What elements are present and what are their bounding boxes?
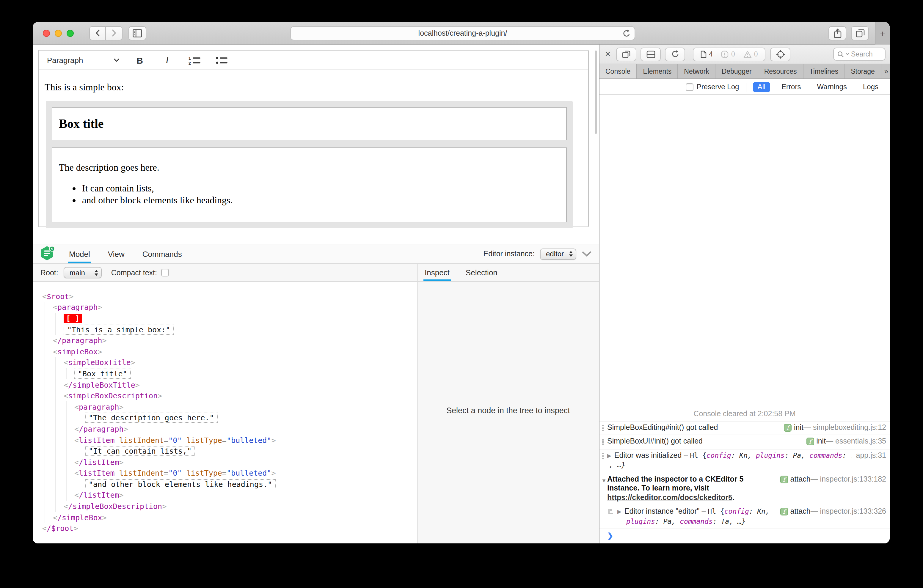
console-output[interactable]: Console cleared at 2:02:58 PM SimpleBoxE… — [599, 95, 890, 544]
console-message[interactable]: SimpleBoxUI#init() got called f init — e… — [599, 435, 890, 448]
resource-badges[interactable]: 4 0 — [693, 47, 765, 61]
preserve-log-checkbox[interactable] — [686, 83, 694, 91]
back-chevron-icon — [95, 29, 100, 37]
numbered-list-button[interactable]: 1 2 — [187, 53, 202, 67]
source-location[interactable]: app.js:31 — [856, 451, 886, 460]
preserve-log-control[interactable]: Preserve Log — [686, 83, 739, 91]
editor-instance-select[interactable]: editor — [540, 248, 576, 260]
editor-content[interactable]: This is a simple box: Box title The desc… — [39, 70, 588, 228]
model-tree-node[interactable]: "This is a simple box:" — [64, 324, 417, 335]
model-tree-node[interactable]: <$root> — [42, 291, 417, 302]
model-tree-node[interactable]: <paragraph> — [53, 302, 417, 313]
reload-icon — [671, 50, 679, 58]
share-button[interactable] — [828, 26, 846, 40]
model-tree-node[interactable]: [ ] — [64, 313, 417, 324]
model-tree-node[interactable]: </paragraph> — [53, 335, 417, 346]
model-tree-node[interactable]: </listItem> — [74, 489, 417, 501]
model-tree-node[interactable]: "and other block elements like headings.… — [85, 479, 417, 489]
tab-resources[interactable]: Resources — [758, 64, 803, 79]
page-scrollbar-thumb[interactable] — [595, 51, 597, 134]
source-location[interactable]: — inspector.js:133:182 — [811, 475, 886, 484]
sidebar-toggle-button[interactable] — [128, 26, 146, 40]
model-tree-node[interactable]: <paragraph> — [74, 401, 417, 412]
console-message[interactable]: ▼ Attached the inspector to a CKEditor 5… — [599, 472, 890, 505]
source-location[interactable]: — inspector.js:133:326 — [811, 507, 886, 516]
console-message[interactable]: SimpleBoxEditing#init() got called f ini… — [599, 420, 890, 435]
tab-commands[interactable]: Commands — [141, 244, 183, 263]
tab-inspect[interactable]: Inspect — [424, 264, 451, 281]
intro-paragraph[interactable]: This is a simple box: — [44, 82, 582, 93]
model-tree-node[interactable]: <simpleBox> — [53, 346, 417, 357]
model-tree-node[interactable]: </simpleBox> — [53, 512, 417, 523]
dock-bottom-button[interactable] — [641, 47, 661, 61]
model-tree-node[interactable]: <simpleBoxDescription> — [64, 390, 417, 401]
model-tree-node[interactable]: </paragraph> — [74, 423, 417, 434]
model-tree-node[interactable]: <listItem listIndent="0" listType="bulle… — [74, 468, 417, 479]
simple-box-widget[interactable]: Box title The description goes here. It … — [46, 101, 573, 228]
model-tree-node[interactable]: </simpleBoxDescription> — [64, 501, 417, 512]
disclosure-closed-icon[interactable]: ▶ — [618, 508, 621, 517]
browser-titlebar: localhost/creating-a-plugin/ — [33, 22, 890, 44]
tab-model[interactable]: Model — [68, 244, 91, 263]
reload-page-button[interactable] — [665, 47, 685, 61]
inspector-search-field[interactable]: Search — [833, 48, 885, 61]
model-tree-pane[interactable]: <$root><paragraph>[ ]"This is a simple b… — [33, 282, 417, 544]
filter-logs[interactable]: Logs — [858, 82, 883, 92]
detach-inspector-button[interactable] — [616, 47, 636, 61]
filter-errors[interactable]: Errors — [777, 82, 806, 92]
ckeditor-docs-link[interactable]: https://ckeditor.com/docs/ckeditor5 — [607, 493, 732, 501]
tab-network[interactable]: Network — [678, 64, 716, 79]
maximize-window-button[interactable] — [67, 30, 74, 36]
disclosure-closed-icon[interactable]: ▶ — [607, 451, 611, 460]
tab-overview-button[interactable] — [851, 26, 869, 40]
simple-box-title[interactable]: Box title — [52, 107, 567, 140]
back-button[interactable] — [89, 26, 106, 40]
url-bar[interactable]: localhost/creating-a-plugin/ — [290, 26, 635, 40]
log-icon — [602, 425, 603, 431]
forward-button[interactable] — [106, 26, 123, 40]
model-tree-node[interactable]: <listItem listIndent="0" listType="bulle… — [74, 434, 417, 445]
console-message[interactable]: ▶Editor instance "editor" – Hl {config: … — [599, 505, 890, 529]
disclosure-open-icon[interactable]: ▼ — [601, 476, 607, 485]
tab-elements[interactable]: Elements — [637, 64, 678, 79]
model-tree-node[interactable]: </listItem> — [74, 457, 417, 468]
bold-button[interactable]: B — [133, 53, 147, 67]
list-item[interactable]: and other block elements like headings. — [82, 194, 560, 206]
forward-chevron-icon — [111, 29, 117, 37]
tab-timelines[interactable]: Timelines — [803, 64, 845, 79]
heading-dropdown[interactable]: Paragraph — [47, 56, 120, 64]
tab-console[interactable]: Console — [599, 64, 637, 79]
element-picker-button[interactable] — [770, 47, 791, 61]
compact-text-checkbox[interactable] — [161, 269, 169, 276]
model-tree-node[interactable]: "Box title" — [74, 368, 417, 379]
italic-button[interactable]: I — [160, 53, 174, 67]
reload-button[interactable] — [622, 29, 631, 38]
filter-all[interactable]: All — [752, 82, 770, 92]
collapse-inspector-button[interactable] — [581, 251, 592, 257]
console-prompt[interactable]: ❯ — [599, 529, 890, 544]
root-select[interactable]: main — [64, 267, 102, 278]
model-tree-node[interactable]: <simpleBoxTitle> — [64, 357, 417, 368]
filter-warnings[interactable]: Warnings — [812, 82, 852, 92]
tab-storage[interactable]: Storage — [845, 64, 881, 79]
close-inspector-button[interactable]: ✕ — [605, 50, 611, 58]
simple-box-description[interactable]: The description goes here. It can contai… — [52, 148, 567, 222]
model-tree-node[interactable]: "The description goes here." — [85, 412, 417, 423]
list-item[interactable]: It can contain lists, — [82, 182, 560, 194]
source-location[interactable]: — simpleboxediting.js:12 — [803, 423, 886, 432]
more-tabs-button[interactable]: » — [881, 64, 890, 79]
source-location[interactable]: — essentials.js:35 — [826, 437, 886, 446]
console-message[interactable]: ▶Editor was initialized – Hl {config: Kn… — [599, 448, 890, 472]
minimize-window-button[interactable] — [55, 30, 62, 36]
tab-selection[interactable]: Selection — [465, 264, 499, 281]
close-window-button[interactable] — [43, 30, 50, 36]
model-tree-node[interactable]: </$root> — [42, 523, 417, 534]
toolbar-right-buttons — [828, 26, 869, 40]
new-tab-button[interactable]: + — [875, 22, 890, 44]
description-paragraph[interactable]: The description goes here. — [59, 162, 560, 173]
tab-debugger[interactable]: Debugger — [716, 64, 758, 79]
model-tree-node[interactable]: </simpleBoxTitle> — [64, 379, 417, 390]
bulleted-list-button[interactable] — [215, 53, 229, 67]
tab-view[interactable]: View — [107, 244, 126, 263]
model-tree-node[interactable]: "It can contain lists," — [85, 446, 417, 457]
